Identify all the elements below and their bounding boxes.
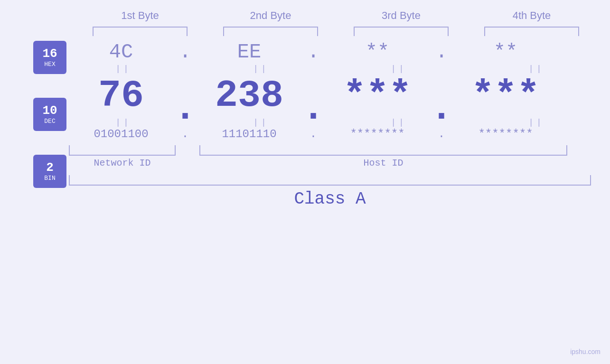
hex-val-2: EE [237,41,261,64]
bin-sep-1: . [173,128,197,140]
byte-label-1: 1st Byte [88,9,192,22]
dec-byte-1: 76 [69,74,173,117]
hex-byte-3: ** [325,41,430,64]
hex-sep-2: . [301,41,325,64]
dec-val-2: 238 [215,74,283,117]
dec-val-4: *** [471,74,540,117]
bin-val-1: 01001100 [94,128,148,140]
bin-badge-label: BIN [44,175,55,182]
hex-badge: 16 HEX [33,41,66,74]
rows-area: 4C . EE . ** . ** || || [69,41,591,209]
hex-val-3: ** [366,41,389,64]
hex-badge-label: HEX [44,61,55,68]
bracket-1 [93,27,188,36]
dec-byte-2: 238 [197,74,301,117]
eq-3: || [347,64,451,74]
eq2-2: || [209,118,313,127]
hex-byte-2: EE [197,41,301,64]
dec-byte-4: *** [453,74,558,117]
bin-badge-num: 2 [46,161,54,175]
bin-byte-3: ******** [325,128,430,140]
dec-badge-label: DEC [44,118,55,125]
network-bracket [69,145,176,156]
hex-row: 4C . EE . ** . ** [69,41,591,64]
eq2-3: || [347,118,451,127]
byte-label-2: 2nd Byte [218,9,323,22]
byte-label-3: 3rd Byte [349,9,453,22]
bin-badge: 2 BIN [33,155,66,188]
dec-val-1: 76 [98,74,144,117]
id-labels: Network ID Host ID [69,158,591,168]
host-bracket [199,145,567,156]
bin-val-4: ******** [478,128,533,140]
bin-byte-1: 01001100 [69,128,173,140]
dec-badge: 10 DEC [33,98,66,131]
network-id-label: Network ID [69,158,176,168]
watermark: ipshu.com [570,348,601,355]
hex-sep-1: . [173,41,197,64]
eq-1: || [71,64,176,74]
hex-byte-4: ** [453,41,558,64]
dec-sep-1: . [173,95,197,122]
hex-val-4: ** [494,41,517,64]
bin-sep-2: . [301,128,325,140]
bracket-4 [484,27,579,36]
byte-labels-row: 1st Byte 2nd Byte 3rd Byte 4th Byte [75,9,597,22]
bottom-bracket-row [69,145,591,156]
hex-val-1: 4C [109,41,133,64]
bin-row: 01001100 . 11101110 . ******** . *******… [69,128,591,140]
dec-val-3: *** [343,74,412,117]
host-id-label: Host ID [199,158,567,168]
byte-label-4: 4th Byte [479,9,584,22]
hex-sep-3: . [430,41,453,64]
bin-val-2: 11101110 [222,128,276,140]
hex-byte-1: 4C [69,41,173,64]
eq-4: || [484,64,589,74]
bin-byte-2: 11101110 [197,128,301,140]
bin-byte-4: ******** [453,128,558,140]
eq2-4: || [484,118,589,127]
equals-row-2: || || || || [69,117,591,128]
bin-val-3: ******** [350,128,404,140]
dec-byte-3: *** [325,74,430,117]
eq2-1: || [71,118,176,127]
top-bracket-row [75,27,597,36]
dec-badge-num: 10 [42,104,57,118]
hex-badge-num: 16 [42,47,57,61]
bracket-2 [223,27,318,36]
dec-row: 76 . 238 . *** . *** [69,74,591,117]
bracket-3 [354,27,449,36]
class-label: Class A [69,189,591,209]
main-container: 1st Byte 2nd Byte 3rd Byte 4th Byte 16 H… [0,0,610,364]
equals-row-1: || || || || [69,64,591,74]
bin-sep-3: . [430,128,453,140]
eq-2: || [209,64,313,74]
class-bracket [69,175,591,186]
